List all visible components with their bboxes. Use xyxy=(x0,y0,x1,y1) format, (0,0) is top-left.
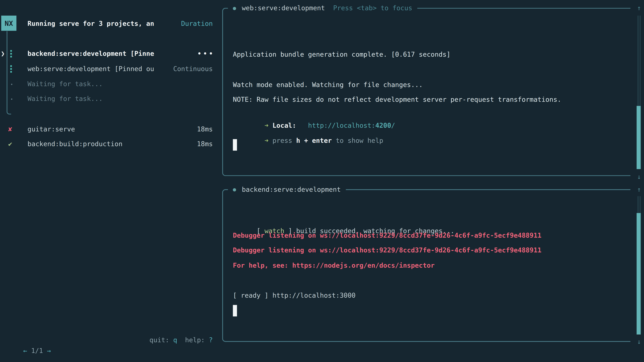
panel-bullet-icon: ● xyxy=(233,3,236,13)
press-keys: h + enter xyxy=(296,137,332,145)
task-row-guitar-serve[interactable]: ✘ guitar:serve 18ms xyxy=(0,124,213,135)
task-label: backend:serve:development [Pinne xyxy=(28,48,154,59)
spinner-icon xyxy=(10,65,12,72)
help-key[interactable]: ? xyxy=(209,335,213,346)
log-line-ready: [ ready ] http://localhost:3000 xyxy=(233,290,356,301)
terminal-cursor xyxy=(233,305,237,317)
log-line-bundle-complete: Application bundle generation complete. … xyxy=(233,49,451,60)
running-ellipsis: ••• xyxy=(198,48,215,59)
quit-label: quit: xyxy=(150,335,173,346)
task-row-waiting-1: Waiting for task... xyxy=(0,79,213,89)
log-line-note: NOTE: Raw file sizes do not reflect deve… xyxy=(233,94,561,105)
task-duration: 18ms xyxy=(197,124,213,135)
local-slash: / xyxy=(391,121,395,129)
task-row-waiting-2: Waiting for task... xyxy=(0,93,213,104)
task-row-backend-serve[interactable]: ❯ backend:serve:development [Pinne ••• xyxy=(0,48,213,59)
log-line-press-help: ➜ press h + enter to show help xyxy=(233,125,383,157)
task-label: guitar:serve xyxy=(28,124,75,135)
quit-key[interactable]: q xyxy=(173,335,177,346)
sidebar-header: Running serve for 3 projects, an Duratio… xyxy=(0,18,213,29)
log-line-watch-mode: Watch mode enabled. Watching for file ch… xyxy=(233,80,423,90)
scrollbar-thumb[interactable] xyxy=(636,213,641,335)
scroll-down-icon[interactable]: ↓ xyxy=(634,337,644,347)
log-line-inspector-help: For help, see: https://nodejs.org/en/doc… xyxy=(233,260,435,271)
waiting-dot-icon xyxy=(11,98,12,100)
scroll-up-icon[interactable]: ↑ xyxy=(634,3,644,13)
scrollbar-track[interactable] xyxy=(638,196,640,213)
task-label: Waiting for task... xyxy=(28,93,103,104)
task-row-web-serve[interactable]: web:serve:development [Pinned ou Continu… xyxy=(0,64,213,74)
panel-web-serve-development[interactable]: ● web:serve:development Press <tab> to f… xyxy=(222,8,630,176)
log-line-debugger-1: Debugger listening on ws://localhost:922… xyxy=(233,230,542,241)
task-label: backend:build:production xyxy=(28,139,122,149)
selected-caret-icon: ❯ xyxy=(1,48,5,59)
page-prev-arrow-icon[interactable]: ← xyxy=(23,347,27,355)
help-label: help: xyxy=(177,335,209,346)
nx-terminal-ui: NX Running serve for 3 projects, an Dura… xyxy=(0,0,644,362)
page-indicator: 1/1 xyxy=(27,347,47,355)
panel-bullet-icon: ● xyxy=(233,184,236,195)
waiting-dot-icon xyxy=(11,84,12,85)
task-label: web:serve:development [Pinned ou xyxy=(28,64,154,74)
panel-focus-hint: Press <tab> to focus xyxy=(333,3,412,13)
keyboard-hints: quit: q help: ? xyxy=(0,335,213,346)
failed-x-icon: ✘ xyxy=(8,124,20,135)
task-row-backend-build[interactable]: ✔ backend:build:production 18ms xyxy=(0,139,213,149)
success-check-icon: ✔ xyxy=(8,139,20,149)
panel-header: ● web:serve:development Press <tab> to f… xyxy=(228,3,417,13)
scroll-down-icon[interactable]: ↓ xyxy=(634,172,644,182)
task-status: Continuous xyxy=(173,64,213,74)
log-line-debugger-2: Debugger listening on ws://localhost:922… xyxy=(233,245,542,256)
panel-title: backend:serve:development xyxy=(242,184,341,195)
page-next-arrow-icon[interactable]: → xyxy=(47,347,51,355)
run-summary-title: Running serve for 3 projects, an xyxy=(28,18,154,29)
panel-title: web:serve:development xyxy=(242,3,325,13)
panel-backend-serve-development[interactable]: ● backend:serve:development [ watch ] bu… xyxy=(222,189,630,342)
task-label: Waiting for task... xyxy=(28,79,103,89)
scrollbar-track[interactable] xyxy=(638,15,640,106)
press-prefix: press xyxy=(272,137,296,145)
terminal-cursor xyxy=(233,139,237,151)
press-suffix: to show help xyxy=(332,137,383,145)
arrow-icon: ➜ xyxy=(256,137,272,145)
panel-header: ● backend:serve:development xyxy=(228,184,346,195)
spinner-icon xyxy=(10,50,12,57)
scrollbar-thumb[interactable] xyxy=(636,106,641,169)
task-duration: 18ms xyxy=(197,139,213,149)
scroll-up-icon[interactable]: ↑ xyxy=(634,184,644,195)
duration-column-header: Duration xyxy=(181,18,213,29)
